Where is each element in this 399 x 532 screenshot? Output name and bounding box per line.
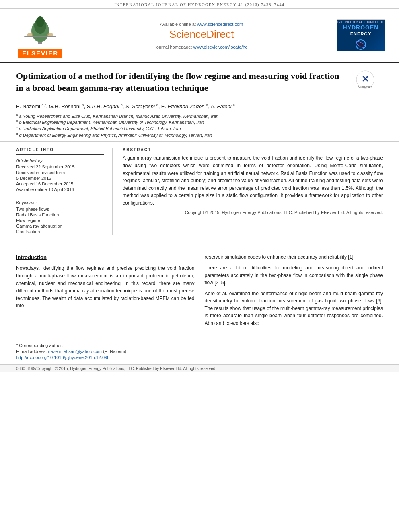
intro-paragraph-1: Nowadays, identifying the flow regimes a… (16, 265, 195, 310)
article-title-section: Optimization of a method for identifying… (0, 63, 399, 98)
affiliation-a: a a Young Researchers and Elite Club, Ke… (16, 113, 383, 119)
crossmark-icon: ✕ CrossMark (356, 70, 375, 89)
authors-section: E. Nazemi a,*, G.H. Roshani b, S.A.H. Fe… (0, 98, 399, 141)
footer-copyright: 0360-3199/Copyright © 2015, Hydrogen Ene… (16, 366, 216, 371)
affiliation-b: b b Electrical Engineering Department, K… (16, 119, 383, 125)
history-item-0: Received 22 September 2015 (16, 164, 104, 169)
keyword-3: Gamma ray attenuation (16, 224, 104, 228)
abstract-label: ABSTRACT (123, 148, 383, 152)
intro-paragraph-2: reservoir simulation codes to enhance th… (205, 253, 383, 261)
elsevier-logo-area: ELSEVIER (8, 13, 72, 58)
doi-link[interactable]: http://dx.doi.org/10.1016/j.ijhydene.201… (16, 355, 109, 360)
article-info-label: ARTICLE INFO (16, 148, 104, 152)
history-item-2: 5 December 2015 (16, 176, 104, 181)
svg-text:✕: ✕ (362, 74, 369, 84)
history-item-3: Accepted 16 December 2015 (16, 181, 104, 186)
keyword-0: Two-phase flows (16, 207, 104, 212)
svg-rect-6 (24, 36, 56, 37)
history-label: Article history: (16, 158, 104, 163)
affiliations-list: a a Young Researchers and Elite Club, Ke… (16, 113, 383, 138)
history-item-4: Available online 10 April 2016 (16, 187, 104, 192)
info-abstract-section: ARTICLE INFO Article history: Received 2… (0, 141, 399, 239)
keyword-2: Flow regime (16, 218, 104, 223)
affiliation-c: c c Radiation Application Department, Sh… (16, 125, 383, 131)
affiliation-d: d d Department of Energy Engineering and… (16, 132, 383, 138)
journal-homepage-url[interactable]: www.elsevier.com/locate/he (193, 45, 248, 49)
abstract-column: ABSTRACT A gamma-ray transmission techni… (113, 148, 383, 235)
journal-homepage-text: journal homepage: www.elsevier.com/locat… (155, 45, 247, 49)
footer-bar: 0360-3199/Copyright © 2015, Hydrogen Ene… (0, 364, 399, 372)
keyword-4: Gas fraction (16, 229, 104, 234)
sciencedirect-area: Available online at www.sciencedirect.co… (76, 13, 327, 58)
article-info-column: ARTICLE INFO Article history: Received 2… (16, 148, 113, 235)
elsevier-wordmark: ELSEVIER (18, 49, 62, 58)
main-body: Introduction Nowadays, identifying the f… (0, 239, 399, 334)
crossmark-badge: ✕ CrossMark (356, 70, 375, 91)
intro-paragraph-4: Abro et al. examined the performance of … (205, 290, 383, 327)
journal-header-bar: International Journal of Hydrogen Energy… (0, 0, 399, 9)
svg-point-3 (36, 16, 44, 27)
svg-point-8 (358, 42, 364, 47)
sciencedirect-url[interactable]: www.sciencedirect.com (197, 22, 243, 27)
hydrogen-journal-logo: INTERNATIONAL JOURNAL OF HYDROGEN ENERGY (331, 13, 391, 58)
footer-notes: * Corresponding author. E-mail address: … (0, 339, 399, 364)
svg-text:CrossMark: CrossMark (358, 85, 372, 88)
hydrogen-badge-graphic (353, 39, 369, 51)
sciencedirect-logo: ScienceDirect (169, 28, 234, 41)
hydrogen-badge-title: HYDROGEN (343, 24, 379, 31)
hydrogen-badge-intl: INTERNATIONAL JOURNAL OF (337, 20, 384, 24)
keyword-1: Radial Basis Function (16, 212, 104, 217)
keywords-section: Keywords: Two-phase flows Radial Basis F… (16, 200, 104, 234)
elsevier-tree-icon (16, 13, 64, 47)
introduction-heading: Introduction (16, 253, 195, 261)
hydrogen-badge-energy: ENERGY (350, 31, 371, 37)
author-email[interactable]: nazemi.ehsan@yahoo.com (48, 349, 101, 354)
keywords-label: Keywords: (16, 200, 104, 205)
body-right-col: reservoir simulation codes to enhance th… (205, 253, 383, 330)
journal-title-bar: International Journal of Hydrogen Energy… (114, 2, 284, 7)
intro-paragraph-3: There are a lot of difficulties for mode… (205, 264, 383, 287)
body-two-col: Introduction Nowadays, identifying the f… (16, 253, 383, 330)
abstract-text: A gamma-ray transmission technique is pr… (123, 154, 383, 207)
doi-note: http://dx.doi.org/10.1016/j.ijhydene.201… (16, 355, 383, 360)
corresponding-author-note: * Corresponding author. (16, 343, 383, 348)
authors-line: E. Nazemi a,*, G.H. Roshani b, S.A.H. Fe… (16, 103, 383, 109)
hydrogen-badge: INTERNATIONAL JOURNAL OF HYDROGEN ENERGY (337, 19, 385, 51)
body-left-col: Introduction Nowadays, identifying the f… (16, 253, 195, 330)
article-title: Optimization of a method for identifying… (16, 70, 348, 94)
copyright-text: Copyright © 2015, Hydrogen Energy Public… (123, 210, 383, 215)
history-item-1: Received in revised form (16, 170, 104, 175)
available-online-text: Available online at www.sciencedirect.co… (160, 22, 243, 27)
journal-header: ELSEVIER Available online at www.science… (0, 9, 399, 63)
article-title-area: Optimization of a method for identifying… (16, 70, 348, 94)
email-note: E-mail address: nazemi.ehsan@yahoo.com (… (16, 349, 383, 354)
